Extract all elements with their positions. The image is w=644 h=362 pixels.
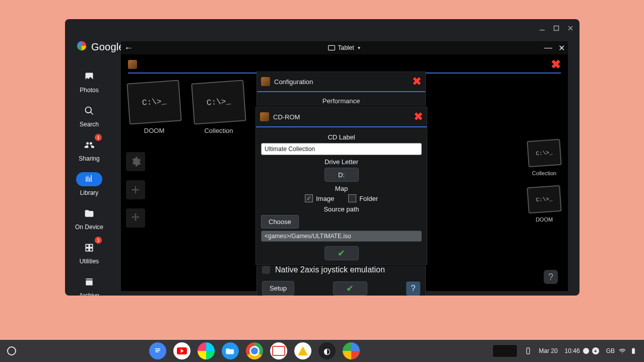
move-button[interactable] xyxy=(126,208,145,228)
modal-close-button[interactable]: ✖ xyxy=(412,75,421,88)
tablet-icon xyxy=(328,45,335,51)
status-time-group[interactable]: 10:46 + xyxy=(565,347,599,354)
cd-label-label: CD Label xyxy=(261,133,422,141)
shelf-status: Mar 20 10:46 + GB xyxy=(492,344,637,357)
sidebar-item-label: Utilities xyxy=(80,258,99,265)
tile-art: C:\>_ xyxy=(527,139,561,167)
sidebar-item-library[interactable]: Library xyxy=(68,169,111,199)
game-tile[interactable]: C:\>_ DOOM xyxy=(528,186,561,223)
generic-icon: ◐ xyxy=(324,346,331,356)
map-folder-checkbox[interactable]: Folder xyxy=(348,194,378,202)
svg-rect-7 xyxy=(527,348,530,354)
svg-rect-5 xyxy=(155,350,160,351)
game-tile[interactable]: C:\>_ Collection xyxy=(528,140,561,176)
search-icon xyxy=(84,106,94,116)
status-tray[interactable]: GB xyxy=(606,347,637,354)
sidebar-item-sharing[interactable]: 1 Sharing xyxy=(68,135,111,165)
device-label: Tablet xyxy=(338,44,354,51)
google-photos-sidebar: Photos Search 1 Sharing Library On Devic… xyxy=(65,59,113,296)
app-logo-icon xyxy=(260,112,269,121)
window-minimize-button[interactable] xyxy=(536,22,548,34)
app-youtube[interactable] xyxy=(173,342,190,359)
sidebar-item-label: Sharing xyxy=(79,155,99,162)
library-close-button[interactable]: ✖ xyxy=(551,57,561,71)
drive-letter-label: Drive Letter xyxy=(261,158,422,166)
media-thumbnail[interactable] xyxy=(492,344,518,357)
add-widget-icon: + xyxy=(592,347,599,354)
sidebar-item-archive[interactable]: Archive xyxy=(68,272,111,296)
map-options: Image Folder xyxy=(261,194,422,202)
sidebar-item-on-device[interactable]: On Device xyxy=(68,203,111,234)
cd-label-input[interactable] xyxy=(261,143,422,155)
config-ok-button[interactable]: ✔ xyxy=(333,281,367,296)
tile-caption: DOOM xyxy=(536,216,553,223)
tile-caption: Collection xyxy=(204,127,233,134)
check-icon: ✔ xyxy=(346,283,354,294)
utilities-icon xyxy=(84,243,94,253)
battery-icon xyxy=(630,347,637,354)
library-icon xyxy=(84,174,94,184)
game-tiles: C:\>_ DOOM C:\>_ Collection xyxy=(128,82,245,134)
setup-button[interactable]: Setup xyxy=(262,281,294,296)
chevron-down-icon: ▼ xyxy=(357,46,361,50)
cdrom-ok-button[interactable]: ✔ xyxy=(325,246,359,260)
window-close-button[interactable] xyxy=(564,22,576,34)
choose-button[interactable]: Choose xyxy=(261,215,299,229)
launcher-button[interactable] xyxy=(7,346,16,355)
cdrom-footer: ✔ xyxy=(256,246,427,260)
app-photos[interactable] xyxy=(343,342,360,359)
app-generic[interactable]: ◐ xyxy=(318,342,336,359)
svg-rect-4 xyxy=(155,348,160,349)
sidebar-item-label: Photos xyxy=(80,87,98,94)
sidebar-item-utilities[interactable]: 1 Utilities xyxy=(68,238,111,268)
sidebar-item-search[interactable]: Search xyxy=(68,101,111,131)
window-maximize-button[interactable] xyxy=(550,22,562,34)
settings-button[interactable] xyxy=(126,152,145,171)
game-tile[interactable]: C:\>_ Collection xyxy=(192,82,245,134)
svg-rect-1 xyxy=(554,26,559,31)
library-help-button[interactable]: ? xyxy=(544,270,558,284)
gear-icon xyxy=(130,156,141,167)
map-image-checkbox[interactable]: Image xyxy=(305,194,334,202)
library-tools xyxy=(126,152,145,228)
checkbox-icon xyxy=(348,194,356,202)
move-icon xyxy=(130,212,141,224)
add-button[interactable] xyxy=(126,180,145,199)
joystick-row[interactable]: Native 2axis joystick emulation xyxy=(262,265,420,274)
config-footer: Setup ✔ ? xyxy=(262,281,420,296)
svg-rect-3 xyxy=(154,346,162,356)
app-files[interactable] xyxy=(222,342,239,359)
photo-icon xyxy=(84,71,94,82)
archive-icon xyxy=(84,277,94,287)
app-docs[interactable] xyxy=(149,342,166,359)
sidebar-item-photos[interactable]: Photos xyxy=(68,66,111,97)
window-controls xyxy=(536,22,576,34)
library-topbar: ✖ xyxy=(128,57,561,71)
plus-icon xyxy=(130,184,141,195)
app-gmail[interactable] xyxy=(270,342,287,359)
device-selector[interactable]: Tablet ▼ xyxy=(328,44,361,51)
status-time: 10:46 xyxy=(565,347,580,354)
config-help-button[interactable]: ? xyxy=(406,281,420,296)
map-folder-label: Folder xyxy=(359,195,378,202)
modal-title: Configuration xyxy=(274,78,313,86)
performance-label: Performance xyxy=(262,97,420,105)
modal-titlebar: CD-ROM ✖ xyxy=(256,107,427,127)
game-tile[interactable]: C:\>_ DOOM xyxy=(128,82,180,134)
modal-close-button[interactable]: ✖ xyxy=(414,110,423,123)
source-path-input[interactable] xyxy=(261,231,422,242)
joystick-label: Native 2axis joystick emulation xyxy=(275,265,385,274)
tile-art: C:\>_ xyxy=(191,80,246,124)
app-play-store[interactable] xyxy=(198,342,215,359)
folder-icon xyxy=(84,208,94,219)
app-drive[interactable] xyxy=(294,342,311,359)
map-label: Map xyxy=(261,185,422,192)
app-chrome[interactable] xyxy=(246,342,263,359)
phone-icon[interactable] xyxy=(525,347,532,354)
tile-caption: DOOM xyxy=(144,127,164,134)
cdrom-modal: CD-ROM ✖ CD Label Drive Letter D: Map Im… xyxy=(255,107,427,265)
checkbox-icon xyxy=(305,194,313,202)
drive-letter-button[interactable]: D: xyxy=(325,168,359,182)
status-date[interactable]: Mar 20 xyxy=(539,347,557,354)
modal-titlebar: Configuration ✖ xyxy=(257,72,425,92)
